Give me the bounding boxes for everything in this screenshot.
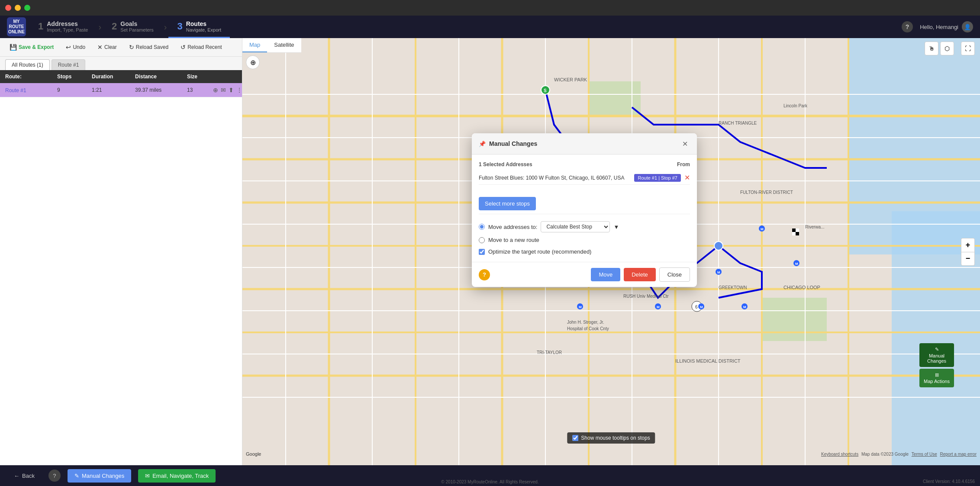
svg-text:M: M [657,305,660,309]
logo-area: MY ROUTE ONLINE [7,17,26,36]
modal-help-button[interactable]: ? [479,269,490,280]
tooltip-checkbox[interactable] [572,435,578,441]
topbar-right: ? Hello, Hemangi 👤 [902,21,973,32]
map-side-buttons: ✎ Manual Changes ⊞ Map Actions [919,343,954,387]
manual-changes-side-button[interactable]: ✎ Manual Changes [919,343,954,367]
route-name-link[interactable]: Route #1 [5,87,26,93]
svg-text:FULTON-RIVER DISTRICT: FULTON-RIVER DISTRICT [740,190,793,195]
map-attribution-right: Keyboard shortcuts Map data ©2023 Google… [821,452,977,457]
move-to-radio[interactable] [479,224,485,230]
manual-changes-bottom-button[interactable]: ✎ Manual Changes [68,469,131,483]
user-avatar: 👤 [962,21,973,32]
move-button[interactable]: Move [591,268,620,281]
tab-route-1[interactable]: Route #1 [52,59,86,70]
svg-text:RUSH Univ Medical Ctr: RUSH Univ Medical Ctr [623,294,669,299]
back-button[interactable]: ← Back [7,469,42,483]
table-row: Route #1 9 1:21 39.37 miles 13 ⊕ ✉ ⬆ ⋮ [0,83,242,97]
map-tab-satellite[interactable]: Satellite [267,38,301,52]
optimize-label: Optimize the target route (recommended) [488,248,591,255]
svg-text:6: 6 [695,305,698,309]
map-actions-side-button[interactable]: ⊞ Map Actions [919,369,954,387]
optimize-checkbox[interactable] [479,249,485,255]
copyright-text: © 2010-2023 MyRouteOnline. All Rights Re… [441,480,538,484]
nav-step-routes[interactable]: 3 Routes Navigate, Export [168,16,230,38]
undo-icon: ↩ [66,44,71,51]
col-header-distance: Distance [135,74,187,80]
bottom-help-button[interactable]: ? [48,470,61,482]
report-link[interactable]: Report a map error [940,452,977,457]
svg-rect-3 [589,81,641,116]
zoom-out-button[interactable]: − [961,252,975,266]
optimize-section: Optimize the target route (recommended) [479,248,690,255]
svg-text:Lincoln Park: Lincoln Park [783,103,808,108]
reload-recent-button[interactable]: ↺ Reload Recent [176,42,226,53]
user-greeting: Hello, Hemangi [920,24,958,30]
svg-text:Hospital of Cook Cnty: Hospital of Cook Cnty [567,326,609,331]
move-to-new-route-label: Move to a new route [488,237,539,243]
maximize-button[interactable] [24,5,30,11]
select-more-stops-button[interactable]: Select more stops [479,197,536,210]
manual-changes-bottom-icon: ✎ [74,473,79,479]
titlebar [0,0,980,16]
reload-saved-button[interactable]: ↻ Reload Saved [125,42,173,53]
table-header: Route: Stops Duration Distance Size [0,70,242,83]
route-stops: 9 [57,87,92,93]
remove-address-button[interactable]: ✕ [684,174,690,182]
delete-button[interactable]: Delete [624,268,656,281]
email-navigate-button[interactable]: ✉ Email, Navigate, Track [138,469,216,483]
nav-step-addresses[interactable]: 1 Addresses Import, Type, Paste [29,16,97,38]
email-icon[interactable]: ✉ [221,87,226,93]
fullscreen-button[interactable]: ⛶ [961,42,975,55]
zoom-controls: + − [961,238,975,266]
export-icon[interactable]: ⬆ [229,87,234,93]
bottom-bar: ← Back ? ✎ Manual Changes ✉ Email, Navig… [0,465,980,486]
zoom-in-button[interactable]: + [961,238,975,252]
svg-text:RANCH TRIANGLE: RANCH TRIANGLE [719,121,757,126]
new-route-radio[interactable] [479,237,485,243]
section-header: 1 Selected Addresses From [479,161,690,167]
save-export-button[interactable]: 💾 Save & Export [5,42,58,53]
move-section: Move addresses to: Calculate Best Stop ▼… [479,214,690,255]
route-distance: 39.37 miles [135,87,187,93]
map-tabs: Map Satellite [242,38,301,53]
close-button[interactable] [5,5,11,11]
step-title-routes: Routes [186,20,221,27]
move-radio-group: Move addresses to: Calculate Best Stop ▼… [479,221,690,243]
svg-rect-49 [792,232,796,235]
cursor-tool-button[interactable]: 🖱 [925,42,938,55]
locate-icon[interactable]: ⊕ [213,87,218,93]
polygon-tool-button[interactable]: ⬡ [940,42,954,55]
move-to-radio-item: Move addresses to: Calculate Best Stop ▼ [479,221,690,232]
help-circle-button[interactable]: ? [902,21,913,32]
clear-button[interactable]: ✕ Clear [93,42,121,53]
save-icon: 💾 [10,44,17,51]
undo-button[interactable]: ↩ Undo [61,42,90,53]
modal-close-button[interactable]: ✕ [680,138,690,149]
compass-button[interactable]: ⊕ [246,55,260,69]
svg-text:M: M [700,305,703,309]
app-logo: MY ROUTE ONLINE [7,17,26,36]
close-modal-button[interactable]: Close [659,267,690,282]
selected-addresses-label: 1 Selected Addresses [479,161,532,167]
keyboard-shortcuts-link[interactable]: Keyboard shortcuts [821,452,858,457]
svg-text:GREEKTOWN: GREEKTOWN [719,285,747,290]
modal-title-icon: 📌 [479,141,486,147]
map-tab-map[interactable]: Map [242,38,267,52]
top-navbar: MY ROUTE ONLINE 1 Addresses Import, Type… [0,16,980,38]
move-destination-dropdown[interactable]: Calculate Best Stop [541,221,610,232]
map-tooltip-bar: Show mouse tooltips on stops [567,432,655,444]
more-icon[interactable]: ⋮ [236,87,242,93]
svg-rect-5 [762,298,827,341]
toolbar: 💾 Save & Export ↩ Undo ✕ Clear ↻ Reload … [0,38,242,57]
nav-separator-1: › [97,22,103,32]
modal-title: Manual Changes [489,140,680,147]
nav-separator-2: › [162,22,169,32]
col-header-stops: Stops [57,74,92,80]
terms-link[interactable]: Terms of Use [912,452,937,457]
tab-all-routes[interactable]: All Routes (1) [5,59,50,70]
minimize-button[interactable] [15,5,21,11]
route-table: Route: Stops Duration Distance Size Rout… [0,70,242,465]
nav-step-goals[interactable]: 2 Goals Set Parameters [103,16,162,38]
svg-text:M: M [795,262,798,266]
step-num-2: 2 [112,21,117,32]
